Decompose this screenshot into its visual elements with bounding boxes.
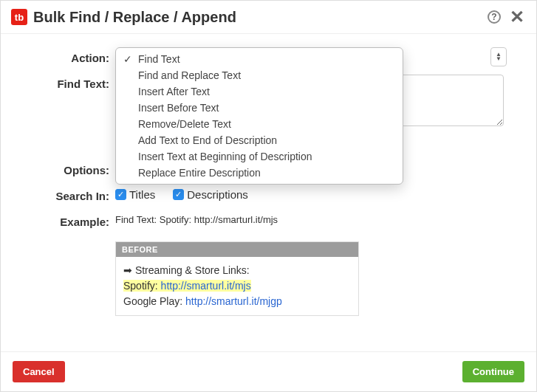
spotify-prefix: Spotify: — [123, 280, 161, 292]
spacer — [30, 231, 115, 234]
search-in-row: Search In: ✓ Titles ✓ Descriptions — [30, 187, 507, 202]
continue-button[interactable]: Continue — [462, 361, 524, 382]
example-text: Find Text: Spotify: http://smarturl.it/m… — [115, 213, 507, 225]
before-row: BEFORE ➡ Streaming & Store Links: Spotif… — [30, 231, 507, 316]
descriptions-option[interactable]: ✓ Descriptions — [173, 188, 248, 201]
before-box: BEFORE ➡ Streaming & Store Links: Spotif… — [115, 241, 359, 316]
modal-content: Action: ▲▼ Find Text Find and Replace Te… — [1, 34, 536, 351]
app-logo: tb — [11, 9, 27, 25]
dropdown-item-insert-after[interactable]: Insert After Text — [116, 83, 403, 100]
checkbox-checked-icon: ✓ — [173, 189, 184, 200]
search-in-field: ✓ Titles ✓ Descriptions — [115, 187, 507, 201]
modal-footer: Cancel Continue — [1, 351, 536, 391]
help-icon[interactable]: ? — [488, 10, 501, 24]
checkbox-checked-icon: ✓ — [115, 189, 126, 200]
modal-header: tb Bulk Find / Replace / Append ? ✕ — [1, 1, 536, 34]
spotify-link[interactable]: http://smarturl.it/mjs — [161, 280, 251, 292]
options-label: Options: — [30, 161, 115, 176]
example-row: Example: Find Text: Spotify: http://smar… — [30, 213, 507, 228]
example-label: Example: — [30, 213, 115, 228]
dropdown-item-find-text[interactable]: Find Text — [116, 51, 403, 67]
modal-title: Bulk Find / Replace / Append — [33, 9, 488, 26]
before-header: BEFORE — [116, 242, 358, 257]
before-line-3: Google Play: http://smarturl.it/mjgp — [123, 294, 351, 309]
before-body: ➡ Streaming & Store Links: Spotify: http… — [116, 257, 358, 315]
before-line-1-text: Streaming & Store Links: — [135, 264, 250, 276]
dropdown-item-insert-beginning[interactable]: Insert Text at Beginning of Description — [116, 148, 403, 165]
before-field: BEFORE ➡ Streaming & Store Links: Spotif… — [115, 231, 507, 316]
before-line-2: Spotify: http://smarturl.it/mjs — [123, 278, 351, 294]
titles-option[interactable]: ✓ Titles — [115, 188, 155, 201]
dropdown-item-find-replace[interactable]: Find and Replace Text — [116, 67, 403, 83]
highlighted-text: Spotify: http://smarturl.it/mjs — [123, 280, 251, 292]
dropdown-item-remove-delete[interactable]: Remove/Delete Text — [116, 116, 403, 132]
bulk-find-replace-modal: tb Bulk Find / Replace / Append ? ✕ Acti… — [0, 0, 537, 392]
dropdown-item-insert-before[interactable]: Insert Before Text — [116, 100, 403, 116]
select-arrow-icon[interactable]: ▲▼ — [490, 47, 507, 66]
close-icon[interactable]: ✕ — [508, 8, 526, 26]
search-in-label: Search In: — [30, 187, 115, 202]
descriptions-label: Descriptions — [187, 188, 248, 201]
dropdown-item-replace-entire[interactable]: Replace Entire Description — [116, 165, 403, 181]
cancel-button[interactable]: Cancel — [13, 361, 65, 382]
find-text-label: Find Text: — [30, 75, 115, 90]
arrow-icon: ➡ — [123, 264, 132, 276]
before-line-1: ➡ Streaming & Store Links: — [123, 263, 351, 278]
action-dropdown[interactable]: Find Text Find and Replace Text Insert A… — [115, 47, 403, 185]
action-row: Action: ▲▼ Find Text Find and Replace Te… — [30, 49, 507, 64]
googleplay-prefix: Google Play: — [123, 295, 185, 307]
titles-label: Titles — [129, 188, 155, 201]
googleplay-link[interactable]: http://smarturl.it/mjgp — [185, 295, 282, 307]
action-label: Action: — [30, 49, 115, 64]
dropdown-item-add-end[interactable]: Add Text to End of Description — [116, 132, 403, 148]
